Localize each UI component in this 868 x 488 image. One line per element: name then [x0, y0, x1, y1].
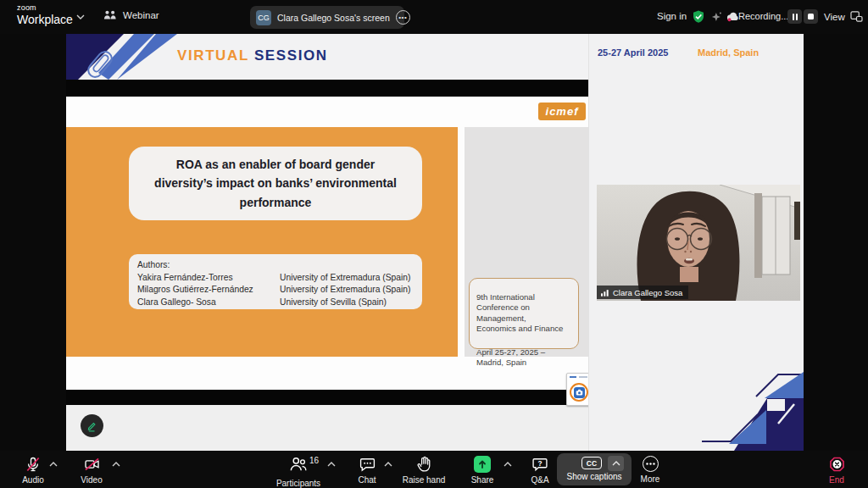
pencil-icon: [86, 419, 98, 432]
date-text: 25-27 April 2025: [598, 47, 668, 58]
author-row: Yakira Fernández-Torres University of Ex…: [137, 272, 414, 285]
end-button[interactable]: End: [798, 456, 868, 485]
share-screen-icon: [474, 456, 491, 473]
chat-icon: [359, 456, 376, 473]
share-label: Share: [471, 475, 494, 485]
shared-screen-pill[interactable]: CG Clara Gallego Sosa's screen •••: [250, 6, 404, 29]
top-bar: zoom Workplace Webinar CG Clara Gallego …: [0, 0, 868, 34]
participants-label: Participants: [276, 479, 320, 488]
presentation-slide: VIRTUAL SESSION icmef ROA as an enabler …: [66, 34, 588, 451]
stop-recording-button[interactable]: [804, 9, 818, 24]
people-icon: [103, 9, 117, 21]
author-affiliation: University of Sevilla (Spain): [280, 297, 387, 309]
conference-info-box: 9th International Conference on Manageme…: [469, 278, 579, 349]
slide-gray-panel: 9th International Conference on Manageme…: [465, 127, 588, 357]
more-icon: [643, 456, 659, 472]
qa-icon: ?: [531, 456, 548, 473]
raise-hand-icon: [416, 456, 432, 473]
connection-signal-icon: [601, 289, 609, 297]
zoom-window: zoom Workplace Webinar CG Clara Gallego …: [0, 0, 868, 488]
view-label: View: [824, 12, 845, 22]
raise-hand-label: Raise hand: [403, 475, 446, 485]
author-name: Clara Gallego- Sosa: [137, 297, 280, 309]
video-button[interactable]: Video: [53, 456, 130, 485]
camera-icon: [570, 383, 588, 402]
author-affiliation: University of Extremadura (Spain): [280, 272, 411, 285]
slide-black-bar-top: [66, 80, 588, 97]
pause-recording-button[interactable]: [787, 9, 802, 24]
author-row: Clara Gallego- Sosa University of Sevill…: [137, 297, 414, 309]
shared-screen: VIRTUAL SESSION icmef ROA as an enabler …: [66, 34, 804, 451]
author-name: Milagros Gutiérrez-Fernández: [137, 284, 280, 297]
corner-decoration-bottom: [693, 358, 804, 451]
tab-webinar[interactable]: Webinar: [103, 9, 159, 21]
more-label: More: [641, 474, 660, 484]
control-bar: Audio Video 16 Participants: [0, 451, 868, 488]
chevron-down-icon[interactable]: [76, 14, 85, 19]
more-button[interactable]: More: [612, 456, 688, 484]
microphone-muted-icon: [25, 456, 42, 473]
svg-text:?: ?: [538, 459, 542, 468]
session-word: SESSION: [254, 47, 328, 64]
slide-title-banner: VIRTUAL SESSION: [177, 47, 328, 64]
brand-workplace: Workplace: [17, 14, 73, 25]
avatar: CG: [256, 10, 271, 25]
author-row: Milagros Gutiérrez-Fernández University …: [137, 284, 414, 297]
end-label: End: [829, 475, 844, 485]
author-name: Yakira Fernández-Torres: [137, 272, 280, 285]
participant-name: Clara Gallego Sosa: [613, 288, 682, 297]
authors-box: Authors: Yakira Fernández-Torres Univers…: [129, 254, 422, 309]
camera-muted-icon: [83, 456, 101, 473]
qa-label: Q&A: [531, 475, 548, 485]
recording-status: Recording...: [738, 11, 788, 21]
sign-in-button[interactable]: Sign in: [657, 11, 687, 21]
view-layout-icon: [850, 11, 863, 22]
brand-zoom: zoom: [17, 4, 73, 12]
chat-label: Chat: [358, 475, 376, 485]
location-text: Madrid, Spain: [698, 47, 759, 58]
annotate-pencil-button[interactable]: [81, 414, 103, 437]
ai-companion-icon[interactable]: [710, 11, 723, 24]
view-button[interactable]: View: [824, 11, 863, 22]
shared-screen-label: Clara Gallego Sosa's screen: [277, 13, 390, 23]
conference-date: April 25-27, 2025 – Madrid, Spain: [476, 347, 571, 368]
captions-icon: CC: [581, 457, 602, 469]
authors-heading: Authors:: [137, 259, 170, 272]
video-options-chevron[interactable]: [112, 462, 120, 467]
participant-name-tag: Clara Gallego Sosa: [597, 286, 688, 299]
slide-right-column: 25-27 April 2025 Madrid, Spain: [588, 34, 804, 451]
end-icon: [828, 456, 846, 473]
conference-date-row: 25-27 April 2025 Madrid, Spain: [598, 47, 668, 58]
webinar-label: Webinar: [123, 10, 159, 20]
more-options-icon[interactable]: •••: [396, 10, 410, 25]
paper-title-box: ROA as an enabler of board gender divers…: [129, 147, 422, 220]
virtual-word: VIRTUAL: [177, 47, 249, 64]
participants-button[interactable]: 16 Participants: [260, 456, 337, 488]
security-shield-icon[interactable]: [691, 9, 706, 25]
participants-icon: [289, 456, 308, 473]
participants-count: 16: [309, 456, 319, 465]
paper-title: ROA as an enabler of board gender divers…: [147, 155, 403, 212]
participant-video: [597, 185, 800, 301]
participant-video-tile[interactable]: Clara Gallego Sosa: [597, 185, 800, 301]
icmef-logo: icmef: [538, 103, 586, 120]
audio-label: Audio: [22, 475, 44, 485]
slide-footer-strip: [66, 405, 588, 451]
slide-black-bar-bottom: [66, 390, 576, 405]
zoom-workplace-logo: zoom Workplace: [17, 4, 73, 25]
author-affiliation: University of Extremadura (Spain): [280, 284, 411, 297]
conference-name: 9th International Conference on Manageme…: [476, 292, 571, 334]
video-label: Video: [81, 475, 102, 485]
slide-orange-panel: ROA as an enabler of board gender divers…: [66, 127, 458, 357]
slide-header: VIRTUAL SESSION: [66, 34, 588, 80]
